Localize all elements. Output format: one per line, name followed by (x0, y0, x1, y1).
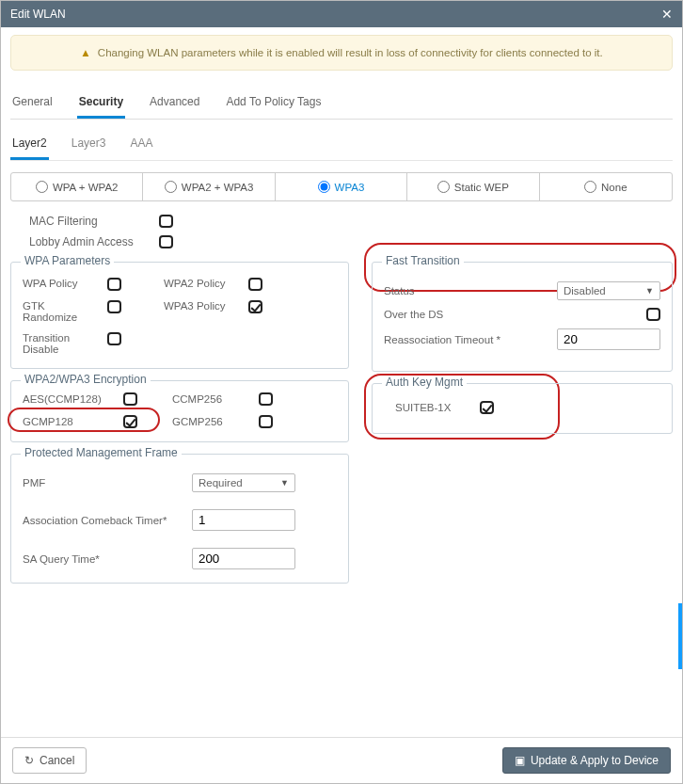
suiteb-1x-checkbox[interactable] (480, 401, 494, 414)
transition-disable-label: Transition Disable (23, 332, 88, 355)
ft-status-value: Disabled (564, 285, 606, 296)
wpa3-policy-checkbox[interactable] (248, 300, 262, 313)
suiteb-1x-label: SUITEB-1X (395, 402, 470, 413)
gtk-randomize-checkbox[interactable] (107, 300, 121, 313)
gcmp256-label: GCMP256 (172, 416, 247, 427)
assoc-comeback-label: Association Comeback Timer* (23, 515, 192, 526)
auth-key-fieldset: Auth Key Mgmt SUITEB-1X (372, 383, 673, 434)
cancel-button[interactable]: ↻ Cancel (12, 747, 87, 774)
encryption-legend: WPA2/WPA3 Encryption (21, 373, 151, 386)
fast-transition-legend: Fast Transition (382, 254, 464, 267)
edit-wlan-dialog: Edit WLAN ✕ ▲ Changing WLAN parameters w… (0, 0, 683, 784)
tab-security[interactable]: Security (77, 89, 125, 119)
titlebar: Edit WLAN ✕ (1, 1, 682, 27)
wpa-policy-label: WPA Policy (23, 278, 88, 289)
fast-transition-fieldset: Fast Transition Status Disabled ▼ Over t… (372, 262, 673, 372)
sub-tabs: Layer2 Layer3 AAA (10, 133, 673, 161)
main-tabs: General Security Advanced Add To Policy … (10, 89, 673, 120)
apply-button[interactable]: ▣ Update & Apply to Device (502, 747, 671, 774)
reassoc-timeout-input[interactable] (557, 328, 660, 350)
lobby-admin-label: Lobby Admin Access (29, 235, 151, 248)
wpa2-policy-checkbox[interactable] (248, 278, 262, 291)
caret-down-icon: ▼ (645, 286, 654, 296)
gcmp128-checkbox[interactable] (123, 415, 137, 428)
pmf-select[interactable]: Required ▼ (192, 473, 295, 492)
warning-icon: ▲ (80, 47, 90, 58)
radio-wpa-wpa2[interactable]: WPA + WPA2 (11, 173, 143, 200)
mac-filtering-checkbox[interactable] (159, 215, 173, 228)
scroll-handle[interactable] (678, 603, 682, 669)
apply-label: Update & Apply to Device (531, 754, 659, 767)
radio-static-wep[interactable]: Static WEP (407, 173, 539, 200)
save-icon: ▣ (515, 754, 525, 767)
wpa-parameters-fieldset: WPA Parameters WPA Policy WPA2 Policy GT… (10, 262, 349, 369)
reassoc-timeout-label: Reassociation Timeout * (384, 334, 500, 345)
ft-status-select[interactable]: Disabled ▼ (557, 281, 660, 300)
pmf-legend: Protected Management Frame (21, 446, 182, 459)
gtk-randomize-label: GTK Randomize (23, 300, 88, 323)
radio-wpa3[interactable]: WPA3 (276, 173, 407, 200)
auth-key-legend: Auth Key Mgmt (382, 376, 467, 389)
wpa-policy-checkbox[interactable] (107, 278, 121, 291)
pmf-label: PMF (23, 477, 192, 488)
warning-banner: ▲ Changing WLAN parameters while it is e… (10, 35, 673, 71)
ccmp256-label: CCMP256 (172, 393, 247, 405)
transition-disable-checkbox[interactable] (107, 332, 121, 345)
gcmp128-label: GCMP128 (23, 416, 112, 427)
wpa3-policy-label: WPA3 Policy (164, 300, 230, 312)
close-icon[interactable]: ✕ (661, 7, 673, 22)
radio-none[interactable]: None (540, 173, 672, 200)
over-ds-label: Over the DS (384, 309, 443, 320)
tab-policy[interactable]: Add To Policy Tags (224, 89, 323, 119)
cancel-label: Cancel (40, 754, 74, 767)
ft-status-label: Status (384, 285, 415, 296)
wpa2-policy-label: WPA2 Policy (164, 278, 230, 289)
pmf-value: Required (199, 477, 243, 488)
subtab-aaa[interactable]: AAA (128, 133, 154, 160)
ccmp256-checkbox[interactable] (259, 392, 273, 406)
sa-query-input[interactable] (192, 548, 295, 569)
aes-checkbox[interactable] (123, 392, 137, 406)
gcmp256-checkbox[interactable] (259, 415, 273, 428)
radio-wpa2-wpa3[interactable]: WPA2 + WPA3 (143, 173, 275, 200)
over-ds-checkbox[interactable] (646, 308, 660, 321)
pmf-fieldset: Protected Management Frame PMF Required … (10, 454, 349, 584)
subtab-layer3[interactable]: Layer3 (70, 133, 108, 160)
encryption-fieldset: WPA2/WPA3 Encryption AES(CCMP128) CCMP25… (10, 380, 349, 442)
aes-label: AES(CCMP128) (23, 393, 112, 405)
wpa-parameters-legend: WPA Parameters (21, 254, 114, 267)
tab-general[interactable]: General (10, 89, 55, 119)
cancel-icon: ↻ (24, 754, 34, 767)
security-mode-radios: WPA + WPA2 WPA2 + WPA3 WPA3 Static WEP N… (10, 172, 673, 201)
tab-advanced[interactable]: Advanced (148, 89, 201, 119)
sa-query-label: SA Query Time* (23, 553, 192, 565)
warning-text: Changing WLAN parameters while it is ena… (98, 47, 603, 58)
caret-down-icon: ▼ (280, 478, 289, 488)
dialog-footer: ↻ Cancel ▣ Update & Apply to Device (1, 737, 682, 783)
dialog-title: Edit WLAN (10, 8, 66, 21)
subtab-layer2[interactable]: Layer2 (10, 133, 49, 160)
assoc-comeback-input[interactable] (192, 509, 295, 531)
mac-filtering-label: MAC Filtering (29, 215, 151, 228)
lobby-admin-checkbox[interactable] (159, 235, 173, 248)
